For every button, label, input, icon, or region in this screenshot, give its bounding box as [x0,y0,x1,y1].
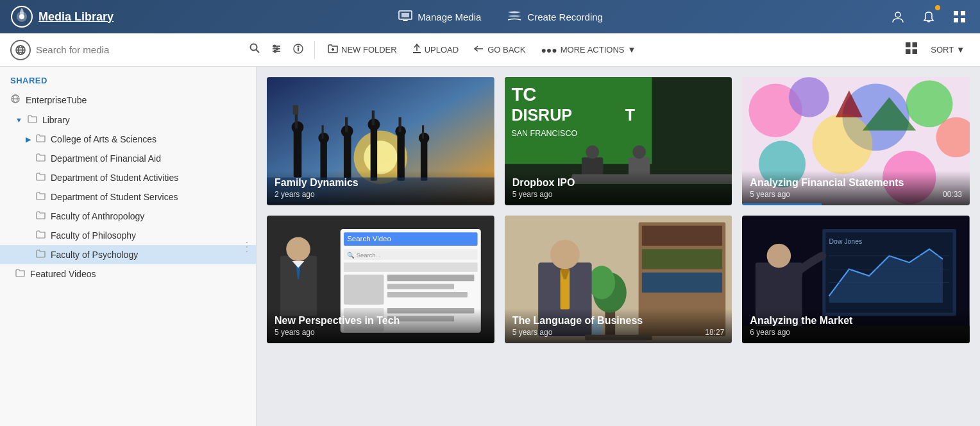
svg-point-40 [364,141,397,174]
media-card-analyzing-financial[interactable]: Analyzing Financial Statements 5 years a… [742,77,970,205]
search-icon[interactable] [246,40,263,60]
toolbar: NEW FOLDER UPLOAD GO BACK ●●● MORE ACTIO… [0,33,980,67]
svg-rect-8 [954,18,958,22]
svg-rect-98 [387,274,475,280]
top-navigation: Media Library Manage Media Create Re [0,0,980,33]
svg-text:DISRUP: DISRUP [511,106,572,124]
dept-financial-folder-icon [36,153,46,164]
svg-rect-33 [906,49,911,55]
upload-button[interactable]: UPLOAD [407,41,464,58]
sidebar-item-faculty-anthro[interactable]: Faculty of Anthropology [0,207,256,226]
business-card-info: The Language of Business 5 years ago 18:… [505,309,732,343]
manage-media-icon [398,10,412,24]
svg-rect-107 [642,225,722,245]
svg-rect-43 [295,114,298,128]
tech-title: New Perspectives in Tech [275,315,487,327]
create-recording-button[interactable]: Create Recording [507,10,603,24]
more-actions-chevron: ▼ [627,45,636,55]
go-back-label: GO BACK [487,45,525,55]
svg-rect-50 [345,117,348,132]
dropbox-ipo-card-info: Dropbox IPO 5 years ago [505,171,732,205]
faculty-philo-label: Faculty of Philosophy [51,230,136,241]
app-title: Media Library [38,10,114,24]
go-back-button[interactable]: GO BACK [469,42,530,58]
svg-point-114 [550,239,580,269]
logo-area[interactable]: Media Library [10,5,114,28]
media-card-analyzing-market[interactable]: Dow Jones Analyzin [742,216,970,344]
filter-icon[interactable] [268,40,285,60]
notification-badge [934,4,942,12]
svg-rect-4 [401,13,409,17]
user-profile-button[interactable] [888,6,908,27]
new-folder-button[interactable]: NEW FOLDER [323,42,402,58]
notifications-button[interactable] [918,6,939,27]
sidebar-item-faculty-philo[interactable]: Faculty of Philosophy [0,226,256,245]
dropbox-ipo-meta: 5 years ago [512,190,725,199]
sidebar-item-dept-student-svc[interactable]: Department of Student Services [0,187,256,207]
faculty-anthro-label: Faculty of Anthropology [51,211,144,221]
media-card-language-business[interactable]: The Language of Business 5 years ago 18:… [505,216,732,344]
featured-label: Featured Videos [30,269,96,279]
app-logo-icon [10,5,33,28]
svg-point-88 [286,237,310,261]
more-actions-button[interactable]: ●●● MORE ACTIONS ▼ [536,42,641,58]
svg-point-42 [292,121,304,133]
media-card-new-perspectives[interactable]: Search Video 🔍 Search... [267,216,494,344]
business-title: The Language of Business [512,315,725,327]
svg-rect-96 [344,262,478,272]
financial-card-info: Analyzing Financial Statements 5 years a… [742,171,970,205]
svg-rect-6 [954,11,958,15]
svg-rect-44 [293,105,298,115]
sidebar-item-dept-student-act[interactable]: Department of Student Activities [0,168,256,187]
sidebar-item-featured[interactable]: Featured Videos [0,264,256,284]
sidebar: SHARED EnterpriseTube ▼ Library [0,67,257,426]
globe-button[interactable] [10,40,31,60]
svg-text:Search Video: Search Video [347,234,391,242]
sidebar-item-dept-financial[interactable]: Department of Financial Aid [0,149,256,168]
svg-point-72 [632,146,646,159]
search-input[interactable] [36,38,241,62]
info-icon[interactable] [290,40,307,60]
center-actions: Manage Media Create Recording [114,10,888,24]
business-meta: 5 years ago 18:27 [512,328,725,337]
media-card-family-dynamics[interactable]: Family Dynamics 2 years ago [267,77,494,205]
svg-point-5 [895,12,900,17]
svg-point-21 [276,47,278,49]
sidebar-resize-handle[interactable]: ⋮ [241,240,253,253]
sidebar-item-faculty-psych[interactable]: Faculty of Psychology [0,245,256,264]
main-layout: SHARED EnterpriseTube ▼ Library [0,67,980,426]
sort-label: SORT [931,45,954,55]
financial-meta: 5 years ago 00:33 [750,190,962,199]
media-grid: Family Dynamics 2 years ago [267,77,970,343]
market-card-info: Analyzing the Market 6 years ago [742,309,970,343]
right-icons-area [888,6,970,27]
sidebar-item-library[interactable]: ▼ Library [0,110,256,130]
svg-rect-7 [961,11,965,15]
faculty-psych-folder-icon [36,250,46,260]
svg-text:🔍 Search...: 🔍 Search... [347,251,380,259]
apps-grid-button[interactable] [949,6,970,27]
grid-view-button[interactable] [902,39,920,60]
family-dynamics-meta: 2 years ago [275,190,487,199]
market-meta: 6 years ago [750,328,962,337]
svg-line-16 [257,50,260,53]
sidebar-item-college-arts[interactable]: ▶ College of Arts & Sciences [0,130,256,149]
college-arts-label: College of Arts & Sciences [51,134,156,144]
upload-icon [412,44,421,56]
svg-rect-32 [913,42,918,47]
sidebar-item-enterprise[interactable]: EnterpriseTube [0,89,256,110]
svg-rect-56 [398,117,401,132]
media-card-dropbox-ipo[interactable]: TC DISRUP T SAN FRANCISCO [505,77,732,205]
library-folder-icon [28,115,37,125]
faculty-philo-folder-icon [36,230,46,241]
globe-icon [10,94,21,106]
manage-media-button[interactable]: Manage Media [398,10,481,24]
svg-point-25 [298,46,299,47]
svg-rect-53 [372,110,375,125]
sort-button[interactable]: SORT ▼ [925,42,970,57]
library-expand-arrow: ▼ [15,116,22,124]
svg-rect-99 [387,284,454,289]
library-label: Library [42,115,70,125]
financial-duration: 00:33 [943,190,962,199]
svg-rect-97 [344,274,384,304]
